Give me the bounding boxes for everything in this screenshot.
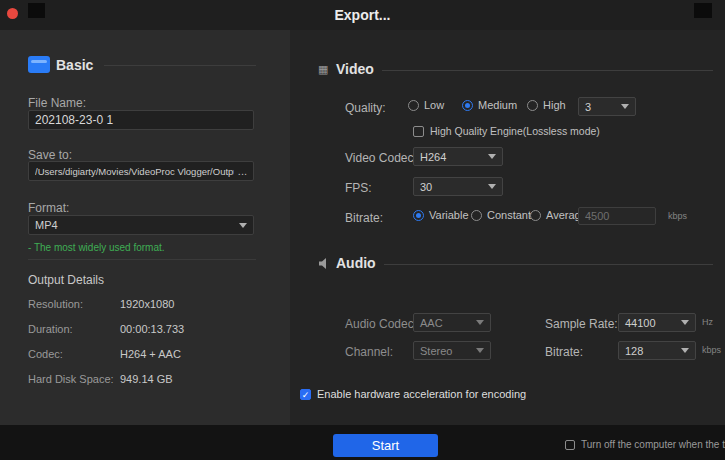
bitrate-value-input[interactable]: [578, 207, 656, 225]
sample-rate-unit: Hz: [702, 317, 713, 327]
radio-icon: [527, 100, 538, 111]
file-name-input[interactable]: [28, 110, 254, 130]
radio-icon: [413, 210, 424, 221]
save-to-path: /Users/digiarty/Movies/VideoProc Vlogger…: [35, 166, 234, 177]
basic-section-title: Basic: [56, 57, 93, 73]
bitrate-unit: kbps: [668, 211, 687, 221]
detail-value: 949.14 GB: [120, 373, 173, 385]
channel-dropdown[interactable]: Stereo: [413, 341, 491, 360]
quality-level-dropdown[interactable]: 3: [578, 97, 636, 116]
detail-label: Resolution:: [28, 298, 83, 310]
audio-codec-value: AAC: [420, 317, 443, 329]
title-bar: Export...: [0, 0, 725, 30]
fps-dropdown[interactable]: 30: [413, 177, 503, 196]
turn-off-label: Turn off the computer when the task is f: [581, 439, 725, 450]
video-codec-dropdown[interactable]: H264: [413, 147, 503, 166]
detail-value: H264 + AAC: [120, 348, 181, 360]
audio-bitrate-value: 128: [625, 345, 643, 357]
detail-value: 1920x1080: [120, 298, 174, 310]
save-to-field[interactable]: /Users/digiarty/Movies/VideoProc Vlogger…: [28, 161, 254, 181]
audio-codec-label: Audio Codec:: [345, 317, 417, 331]
divider: [384, 264, 713, 265]
chevron-down-icon: [239, 223, 247, 228]
chevron-down-icon: [488, 154, 496, 159]
chevron-down-icon: [476, 320, 484, 325]
radio-label: Medium: [478, 99, 517, 111]
channel-value: Stereo: [420, 345, 452, 357]
chevron-down-icon: [681, 348, 689, 353]
checkbox-checked-icon: [300, 389, 311, 400]
basic-section-icon: [28, 56, 50, 73]
chevron-down-icon: [488, 184, 496, 189]
format-dropdown[interactable]: MP4: [28, 215, 254, 235]
chevron-down-icon: [476, 348, 484, 353]
hw-accel-label: Enable hardware acceleration for encodin…: [317, 388, 526, 400]
video-section-title: Video: [336, 61, 374, 77]
hw-accel-checkbox[interactable]: Enable hardware acceleration for encodin…: [300, 388, 526, 400]
hq-engine-checkbox[interactable]: High Quality Engine(Lossless mode): [413, 125, 600, 137]
format-label: Format:: [28, 201, 69, 215]
divider: [382, 70, 713, 71]
browse-button[interactable]: ...: [238, 165, 247, 177]
quality-level-value: 3: [585, 101, 591, 113]
detail-label: Codec:: [28, 348, 63, 360]
hq-engine-label: High Quality Engine(Lossless mode): [430, 125, 600, 137]
checkbox-icon: [565, 440, 575, 450]
audio-bitrate-label: Bitrate:: [545, 345, 583, 359]
format-value: MP4: [35, 219, 58, 231]
audio-bitrate-unit: kbps: [702, 345, 721, 355]
checkbox-icon: [413, 126, 424, 137]
output-details-title: Output Details: [28, 273, 104, 287]
dialog-title: Export...: [0, 0, 725, 30]
radio-label: Low: [424, 99, 444, 111]
start-button[interactable]: Start: [333, 434, 438, 457]
footer-bar: Start Turn off the computer when the tas…: [0, 425, 725, 460]
export-dialog: Export... Basic File Name: Save to: /Use…: [0, 0, 725, 460]
radio-icon: [408, 100, 419, 111]
divider: [28, 259, 256, 260]
save-to-label: Save to:: [28, 148, 72, 162]
radio-icon: [471, 210, 482, 221]
audio-bitrate-dropdown[interactable]: 128: [618, 341, 696, 360]
detail-label: Hard Disk Space:: [28, 373, 114, 385]
sample-rate-dropdown[interactable]: 44100: [618, 313, 696, 332]
video-section-icon: ▦: [318, 63, 328, 76]
divider: [104, 65, 256, 66]
sample-rate-value: 44100: [625, 317, 656, 329]
radio-label: High: [543, 99, 566, 111]
audio-codec-dropdown[interactable]: AAC: [413, 313, 491, 332]
quality-label: Quality:: [345, 101, 386, 115]
chevron-down-icon: [681, 320, 689, 325]
settings-panel: ▦ Video Quality: Low Medium High 3 High …: [290, 30, 725, 425]
detail-label: Duration:: [28, 323, 73, 335]
quality-high-radio[interactable]: High: [527, 99, 566, 111]
fps-value: 30: [420, 181, 432, 193]
format-hint: - The most widely used format.: [28, 242, 165, 253]
quality-low-radio[interactable]: Low: [408, 99, 444, 111]
radio-label: Variable: [429, 209, 469, 221]
radio-icon: [530, 210, 541, 221]
quality-medium-radio[interactable]: Medium: [462, 99, 517, 111]
sample-rate-label: Sample Rate:: [545, 317, 618, 331]
video-codec-value: H264: [420, 151, 446, 163]
bitrate-variable-radio[interactable]: Variable: [413, 209, 469, 221]
bitrate-constant-radio[interactable]: Constant: [471, 209, 531, 221]
channel-label: Channel:: [345, 345, 393, 359]
fps-label: FPS:: [345, 181, 372, 195]
audio-section-title: Audio: [336, 255, 376, 271]
radio-icon: [462, 100, 473, 111]
bitrate-label: Bitrate:: [345, 211, 383, 225]
audio-section-icon: [318, 257, 331, 270]
chevron-down-icon: [621, 104, 629, 109]
radio-label: Constant: [487, 209, 531, 221]
video-codec-label: Video Codec:: [345, 151, 417, 165]
turn-off-checkbox[interactable]: Turn off the computer when the task is f: [565, 439, 725, 450]
file-name-label: File Name:: [28, 96, 86, 110]
detail-value: 00:00:13.733: [120, 323, 184, 335]
basic-panel: Basic File Name: Save to: /Users/digiart…: [0, 30, 290, 425]
